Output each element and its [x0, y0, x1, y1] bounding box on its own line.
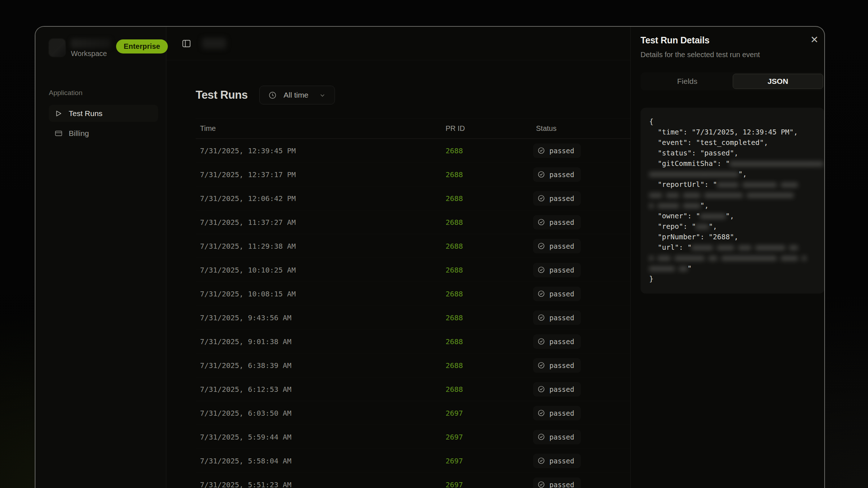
status-badge: passed [533, 382, 581, 397]
tab-fields[interactable]: Fields [642, 74, 733, 89]
pr-id-link[interactable]: 2688 [446, 290, 463, 298]
table-row[interactable]: 7/31/2025, 5:51:23 AM2697passed [196, 473, 630, 488]
status-badge: passed [533, 334, 581, 349]
run-time: 7/31/2025, 9:43:56 AM [196, 313, 441, 322]
table-row[interactable]: 7/31/2025, 5:59:44 AM2697passed [196, 425, 630, 449]
check-circle-icon [537, 457, 545, 465]
status-label: passed [549, 171, 574, 179]
details-subtitle: Details for the selected test run event [641, 51, 821, 59]
pr-id-link[interactable]: 2697 [446, 409, 463, 418]
redacted-text: xxxxx xxxx xxx xxxxxxx xx [692, 243, 798, 252]
json-code: { "time": "7/31/2025, 12:39:45 PM", "eve… [649, 116, 817, 284]
sidebar-item-label: Billing [69, 129, 89, 138]
status-label: passed [549, 266, 574, 274]
run-time: 7/31/2025, 10:10:25 AM [196, 266, 441, 274]
check-circle-icon [537, 147, 545, 154]
check-circle-icon [537, 314, 545, 321]
table-row[interactable]: 7/31/2025, 12:06:42 PM2688passed [196, 187, 630, 210]
redacted-text: xxxxxx xx [649, 264, 688, 273]
status-label: passed [549, 147, 574, 155]
redacted-text: x xxx xxxxxxx xx xxxxxxxxxxxxx xxxx x [649, 254, 806, 262]
status-badge: passed [533, 430, 581, 444]
plan-badge: Enterprise [116, 39, 168, 53]
clock-icon [268, 91, 277, 99]
details-panel: Test Run Details ✕ Details for the selec… [630, 27, 825, 488]
sidebar-item-billing[interactable]: Billing [49, 125, 158, 142]
status-label: passed [549, 290, 574, 298]
sidebar-item-label: Test Runs [69, 109, 102, 118]
table-row[interactable]: 7/31/2025, 10:10:25 AM2688passed [196, 258, 630, 282]
pr-id-link[interactable]: 2688 [446, 361, 463, 370]
run-time: 7/31/2025, 5:51:23 AM [196, 480, 441, 488]
sidebar-section-label: Application [49, 89, 159, 97]
redacted-text: xxx xxx xxxx xxxxxxxxx xxxxxxxxxxx [649, 191, 793, 199]
run-time: 7/31/2025, 12:39:45 PM [196, 146, 441, 155]
pr-id-link[interactable]: 2688 [446, 218, 463, 227]
column-header-status: Status [532, 124, 630, 133]
workspace-logo [49, 39, 65, 57]
table-header-row: Time PR ID Status [196, 118, 630, 139]
play-icon [55, 110, 63, 117]
table-row[interactable]: 7/31/2025, 5:58:04 AM2697passed [196, 449, 630, 473]
redacted-text: xxxxx xxxxxxxx xxxx [717, 180, 798, 189]
run-time: 7/31/2025, 5:59:44 AM [196, 433, 441, 441]
table-row[interactable]: 7/31/2025, 12:39:45 PM2688passed [196, 139, 630, 163]
table-row[interactable]: 7/31/2025, 6:38:39 AM2688passed [196, 354, 630, 377]
main-content: Test Runs All time Time PR ID [166, 60, 630, 488]
pr-id-link[interactable]: 2688 [446, 266, 463, 274]
main-area: Test Runs All time Time PR ID [166, 27, 630, 488]
time-filter-value: All time [284, 91, 309, 99]
run-time: 7/31/2025, 12:37:17 PM [196, 170, 441, 179]
status-label: passed [549, 338, 574, 346]
pr-id-link[interactable]: 2697 [446, 457, 463, 465]
json-card: { "time": "7/31/2025, 12:39:45 PM", "eve… [641, 108, 825, 294]
credit-card-icon [55, 129, 63, 137]
status-label: passed [549, 433, 574, 441]
check-circle-icon [537, 338, 545, 345]
workspace-switcher[interactable]: Workspace Enterprise [49, 39, 159, 58]
check-circle-icon [537, 266, 545, 274]
sidebar: Workspace Enterprise Application Test Ru… [35, 27, 166, 488]
pr-id-link[interactable]: 2697 [446, 480, 463, 488]
pr-id-link[interactable]: 2688 [446, 337, 463, 346]
pr-id-link[interactable]: 2688 [446, 170, 463, 179]
sidebar-toggle-icon[interactable] [182, 39, 191, 48]
status-badge: passed [533, 358, 581, 373]
pr-id-link[interactable]: 2688 [446, 146, 463, 155]
status-label: passed [549, 385, 574, 393]
run-time: 7/31/2025, 10:08:15 AM [196, 290, 441, 298]
page-title: Test Runs [196, 89, 248, 102]
run-time: 7/31/2025, 6:38:39 AM [196, 361, 441, 370]
status-label: passed [549, 218, 574, 226]
table-row[interactable]: 7/31/2025, 11:37:27 AM2688passed [196, 210, 630, 234]
pr-id-link[interactable]: 2697 [446, 433, 463, 441]
sidebar-item-test-runs[interactable]: Test Runs [49, 105, 158, 122]
status-label: passed [549, 457, 574, 465]
pr-id-link[interactable]: 2688 [446, 385, 463, 394]
table-row[interactable]: 7/31/2025, 6:12:53 AM2688passed [196, 377, 630, 401]
time-filter-dropdown[interactable]: All time [259, 86, 335, 104]
check-circle-icon [537, 171, 545, 178]
run-time: 7/31/2025, 11:37:27 AM [196, 218, 441, 227]
table-row[interactable]: 7/31/2025, 12:37:17 PM2688passed [196, 163, 630, 187]
table-row[interactable]: 7/31/2025, 11:29:38 AM2688passed [196, 234, 630, 258]
table-row[interactable]: 7/31/2025, 10:08:15 AM2688passed [196, 282, 630, 306]
close-icon[interactable]: ✕ [810, 35, 818, 45]
chevron-down-icon [319, 92, 326, 99]
redacted-text: xxx [696, 222, 709, 231]
topbar-title-redacted [202, 38, 226, 49]
status-label: passed [549, 242, 574, 250]
status-badge: passed [533, 311, 581, 325]
topbar [166, 27, 630, 60]
redacted-text: xxxxxx [700, 212, 726, 220]
check-circle-icon [537, 361, 545, 369]
tab-json[interactable]: JSON [733, 74, 824, 89]
check-circle-icon [537, 409, 545, 417]
pr-id-link[interactable]: 2688 [446, 242, 463, 251]
pr-id-link[interactable]: 2688 [446, 313, 463, 322]
table-row[interactable]: 7/31/2025, 9:01:38 AM2688passed [196, 330, 630, 354]
table-row[interactable]: 7/31/2025, 6:03:50 AM2697passed [196, 401, 630, 425]
table-row[interactable]: 7/31/2025, 9:43:56 AM2688passed [196, 306, 630, 330]
pr-id-link[interactable]: 2688 [446, 194, 463, 203]
status-badge: passed [533, 478, 581, 488]
